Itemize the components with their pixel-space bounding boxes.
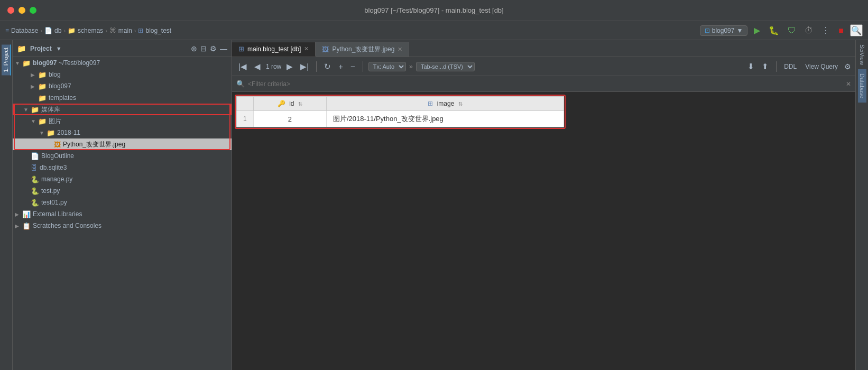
search-button[interactable]: 🔍	[850, 24, 863, 36]
label-manage-py: manage.py	[41, 175, 72, 183]
bc-db-label: db	[54, 27, 61, 34]
window-controls	[7, 7, 36, 14]
view-query-btn[interactable]: View Query	[802, 62, 841, 71]
last-row-btn[interactable]: ▶|	[298, 61, 311, 72]
label-templates: templates	[49, 94, 76, 101]
first-row-btn[interactable]: |◀	[236, 61, 249, 72]
bc-schemas[interactable]: 📁 schemas	[68, 27, 103, 34]
tab-jpeg-close[interactable]: ✕	[398, 46, 402, 53]
tree-item-media[interactable]: ▼ 📁 媒体库	[13, 104, 232, 115]
run-button[interactable]: ▶	[752, 24, 762, 36]
panel-header-icons: ⊕ ⊟ ⚙ —	[191, 44, 227, 53]
col-id-label: id	[289, 100, 294, 107]
bc-database-label: Database	[11, 27, 38, 34]
minimize-button[interactable]	[19, 7, 25, 14]
title-bar: blog097 [~/Test/blog097] - main.blog_tes…	[0, 0, 868, 21]
sort-arrows-id[interactable]: ⇅	[298, 101, 302, 107]
expand-templates: ▶	[31, 95, 38, 101]
del-row-btn[interactable]: −	[348, 61, 357, 72]
py-icon-manage: 🐍	[31, 175, 39, 183]
project-selector-label: blog097	[712, 27, 735, 34]
tree-item-ext-libs[interactable]: ▶ 📊 External Libraries	[13, 208, 232, 220]
col-header-id[interactable]: 🔑 id ⇅	[253, 97, 326, 111]
project-selector-arrow: ▼	[736, 27, 743, 34]
col-header-image[interactable]: ⊞ image ⇅	[327, 97, 564, 111]
tree-item-blog[interactable]: ▶ 📁 blog	[13, 69, 232, 80]
close-button[interactable]	[7, 7, 14, 14]
tab-main-blog-test[interactable]: ⊞ main.blog_test [db] ✕	[232, 42, 316, 57]
hide-icon[interactable]: —	[220, 44, 227, 53]
import-btn[interactable]: ⬆	[760, 61, 771, 72]
breadcrumb-bar: ≡ Database › 📄 db › 📁 schemas › ⌘ main ›…	[0, 21, 868, 40]
bc-db[interactable]: 📄 db	[44, 27, 61, 34]
tab-table-icon: ⊞	[238, 45, 244, 53]
py-icon-test01: 🐍	[31, 199, 39, 207]
tree-item-templates[interactable]: ▶ 📁 templates	[13, 92, 232, 104]
tree-item-2018[interactable]: ▼ 📁 2018-11	[13, 127, 232, 138]
label-blogoutline: BlogOutline	[41, 152, 74, 160]
label-images: 图片	[49, 117, 61, 126]
key-icon: 🔑	[278, 100, 285, 107]
tree-item-test01-py[interactable]: 🐍 test01.py	[13, 197, 232, 208]
settings-gear-btn[interactable]: ⚙	[844, 62, 851, 71]
sciview-tab[interactable]: SciView	[858, 40, 866, 69]
tab-python-jpeg[interactable]: 🖼 Python_改变世界.jpeg ✕	[316, 42, 409, 57]
tree-item-sqlite3[interactable]: 🗄 db.sqlite3	[13, 162, 232, 173]
tab-main-close[interactable]: ✕	[304, 45, 309, 52]
row-1-image[interactable]: 图片/2018-11/Python_改变世界.jpeg	[327, 111, 564, 127]
settings-icon[interactable]: ⚙	[210, 44, 217, 53]
col-icon-image: ⊞	[428, 100, 433, 107]
bc-arrow-3: ›	[105, 27, 107, 34]
row-1-id[interactable]: 2	[253, 111, 326, 127]
arrow-2018: ▼	[39, 130, 47, 136]
add-row-btn[interactable]: +	[336, 61, 345, 72]
window-title: blog097 [~/Test/blog097] - main.blog_tes…	[364, 6, 503, 14]
bc-schemas-label: schemas	[78, 27, 103, 34]
profile-button[interactable]: ⏱	[802, 25, 815, 36]
tab-image-icon: 🖼	[322, 45, 329, 53]
stop-button[interactable]: ■	[836, 25, 846, 36]
ddl-btn[interactable]: DDL	[782, 62, 799, 71]
tree-item-images[interactable]: ▼ 📁 图片	[13, 115, 232, 127]
maximize-button[interactable]	[30, 7, 36, 14]
bc-table[interactable]: ⊞ blog_test	[138, 27, 171, 34]
panel-dropdown-arrow[interactable]: ▼	[56, 45, 62, 52]
coverage-button[interactable]: 🛡	[786, 25, 798, 36]
bc-main[interactable]: ⌘ main	[109, 26, 132, 34]
bc-database[interactable]: ≡ Database	[5, 27, 38, 34]
database-tab[interactable]: Database	[858, 69, 866, 103]
next-row-btn[interactable]: ▶	[284, 61, 295, 72]
row-num-1: 1	[237, 111, 254, 127]
filter-input[interactable]	[248, 80, 843, 88]
table-row[interactable]: 1 2 图片/2018-11/Python_改变世界.jpeg	[237, 111, 564, 127]
export-btn[interactable]: ⬇	[745, 61, 756, 72]
tree-item-blogoutline[interactable]: 📄 BlogOutline	[13, 150, 232, 162]
refresh-btn[interactable]: ↻	[322, 61, 333, 72]
tree-item-python-jpeg[interactable]: 🖼 Python_改变世界.jpeg	[13, 138, 232, 150]
add-icon[interactable]: ⊕	[191, 44, 197, 53]
expand-blog: ▶	[31, 72, 38, 78]
sep-1	[316, 61, 317, 72]
debug-button[interactable]: 🐛	[767, 24, 781, 36]
prev-row-btn[interactable]: ◀	[252, 61, 263, 72]
more-button[interactable]: ⋮	[819, 24, 832, 36]
project-selector[interactable]: ⊡ blog097 ▼	[700, 25, 748, 36]
folder-icon-blog097-sub: 📁	[38, 82, 47, 90]
tree-item-scratches[interactable]: ▶ 📋 Scratches and Consoles	[13, 220, 232, 232]
tab-python-jpeg-label: Python_改变世界.jpeg	[332, 45, 394, 54]
label-blog097-sub: blog097	[49, 82, 71, 90]
label-blog097-root: blog097 ~/Test/blog097	[33, 59, 100, 67]
editor-area: ⊞ main.blog_test [db] ✕ 🖼 Python_改变世界.jp…	[232, 40, 855, 370]
project-panel-icon: 📁	[17, 44, 26, 53]
tree-item-blog097-root[interactable]: ▼ 📁 blog097 ~/Test/blog097	[13, 57, 232, 69]
collapse-icon[interactable]: ⊟	[200, 44, 207, 53]
tree-item-blog097-sub[interactable]: ▶ 📁 blog097	[13, 80, 232, 92]
more-opts-icon[interactable]: »	[409, 62, 413, 70]
filter-clear-btn[interactable]: ✕	[846, 80, 851, 88]
tab-format-select[interactable]: Tab-se...d (TSV)	[416, 62, 475, 71]
project-tab[interactable]: 1: Project	[2, 44, 11, 75]
sort-arrows-image[interactable]: ⇅	[458, 101, 463, 107]
tx-select[interactable]: Tx: Auto	[368, 62, 406, 71]
tree-item-manage-py[interactable]: 🐍 manage.py	[13, 173, 232, 185]
tree-item-test-py[interactable]: 🐍 test.py	[13, 185, 232, 197]
